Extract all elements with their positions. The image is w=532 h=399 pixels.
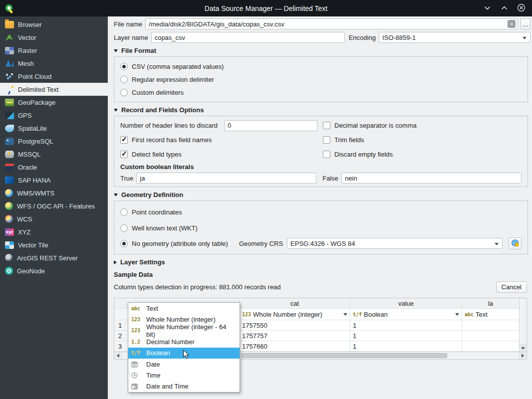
layer-name-input[interactable] — [151, 32, 345, 43]
radio-point-coordinates[interactable]: Point coordinates — [120, 204, 522, 220]
browse-file-button[interactable]: … — [521, 18, 531, 29]
menu-item-label: Date and Time — [146, 383, 189, 390]
menu-item-label: Boolean — [146, 349, 170, 357]
clear-value-icon[interactable]: × — [508, 20, 516, 28]
sidebar-item-label: SpatiaLite — [18, 125, 47, 132]
record-fields-section-header[interactable]: Record and Fields Options — [114, 106, 531, 114]
checkbox-trim-fields[interactable]: Trim fields — [323, 134, 522, 146]
menu-item-text[interactable]: abcText — [128, 303, 240, 314]
file-name-input[interactable] — [145, 18, 518, 29]
sidebar-item-geonode[interactable]: GeoNode — [0, 264, 108, 277]
radio-no-geometry-row: No geometry (attribute only table) Geome… — [120, 236, 522, 251]
column-header-value: value — [350, 298, 462, 308]
checkbox-detect-field-types[interactable]: Detect field types — [120, 148, 323, 161]
checkbox-label: Decimal separator is comma — [334, 122, 417, 129]
scrollbar-thumb[interactable] — [241, 353, 447, 358]
sidebar-item-raster[interactable]: Raster — [0, 44, 108, 57]
type-select-value: Text — [476, 311, 488, 318]
sidebar-item-sap-hana[interactable]: SAP HANA — [0, 174, 108, 187]
radio-regexp-delimiter[interactable]: Regular expression delimiter — [120, 73, 522, 86]
select-crs-button[interactable] — [509, 237, 522, 249]
cancel-button[interactable]: Cancel — [496, 281, 527, 293]
comma-icon — [5, 86, 14, 93]
sidebar-item-mesh[interactable]: Mesh — [0, 57, 108, 70]
sidebar-item-geopackage[interactable]: GeoPackage — [0, 96, 108, 109]
menu-item-label: Whole Number (integer - 64 bit) — [146, 323, 237, 338]
sidebar-item-label: WMS/WMTS — [17, 190, 54, 197]
sidebar-item-point-cloud[interactable]: Point Cloud — [0, 70, 108, 83]
geometry-crs-select[interactable]: EPSG:4326 - WGS 84 — [287, 238, 503, 249]
sidebar-item-arcgis-rest[interactable]: ArcGIS REST Server — [0, 251, 108, 264]
menu-item-integer64[interactable]: 123Whole Number (integer - 64 bit) — [128, 325, 240, 336]
type-select-cat[interactable]: 123Whole Number (integer) — [240, 309, 350, 320]
table-cell: 1 — [350, 320, 462, 330]
header-lines-label: Number of header lines to discard — [120, 122, 218, 129]
sidebar-item-vector-tile[interactable]: Vector Tile — [0, 238, 108, 251]
file-format-section-header[interactable]: File Format — [114, 47, 531, 54]
scroll-down-icon[interactable] — [520, 345, 527, 352]
menu-item-time[interactable]: Time — [128, 370, 240, 381]
geometry-section-header[interactable]: Geometry Definition — [114, 191, 531, 199]
integer-type-icon: 123 — [242, 312, 251, 317]
collapse-arrow-icon — [114, 49, 118, 52]
radio-custom-delimiters[interactable]: Custom delimiters — [120, 86, 522, 99]
column-header-cat: cat — [240, 298, 350, 308]
table-cell: 1 — [350, 331, 462, 341]
sidebar-item-label: WFS / OGC API - Features — [17, 202, 95, 210]
collapse-arrow-icon — [114, 109, 118, 112]
sidebar-item-delimited-text[interactable]: Delimited Text — [0, 83, 108, 96]
sidebar-item-browser[interactable]: Browser — [0, 18, 108, 31]
checkbox-first-record[interactable]: First record has field names — [120, 134, 323, 146]
false-literal-input[interactable] — [341, 173, 522, 184]
checkbox-icon — [323, 136, 330, 144]
true-literal-input[interactable] — [136, 173, 316, 184]
menu-item-datetime[interactable]: Date and Time — [128, 381, 240, 392]
layer-name-row: Layer name Encoding ISO-8859-1 — [114, 32, 531, 43]
sidebar-item-postgresql[interactable]: PostgreSQL — [0, 135, 108, 148]
column-header-la: la — [462, 298, 519, 308]
titlebar: Data Source Manager — Delimited Text — [0, 0, 532, 16]
sidebar-item-wcs[interactable]: WCS — [0, 212, 108, 225]
type-select-la[interactable]: abcText — [462, 309, 519, 320]
sidebar-item-xyz[interactable]: XYZ — [0, 225, 108, 238]
calendar-icon — [131, 361, 143, 368]
sidebar-item-mssql[interactable]: MSSQL — [0, 148, 108, 161]
xyz-icon — [5, 228, 14, 236]
sidebar-item-label: XYZ — [18, 228, 30, 236]
oracle-icon — [5, 164, 14, 171]
sidebar-item-wfs[interactable]: WFS / OGC API - Features — [0, 200, 108, 212]
menu-item-boolean[interactable]: t/fBoolean — [128, 348, 240, 359]
header-lines-input[interactable] — [225, 121, 317, 131]
encoding-select[interactable]: ISO-8859-1 — [379, 32, 531, 43]
header-lines-spinner[interactable] — [225, 120, 317, 131]
scroll-right-icon[interactable] — [519, 352, 527, 359]
sidebar-item-gps[interactable]: GPS — [0, 109, 108, 122]
globe-icon — [5, 202, 13, 210]
checkbox-discard-empty[interactable]: Discard empty fields — [323, 148, 522, 161]
type-select-value-col[interactable]: t/fBoolean — [350, 309, 462, 320]
radio-wkt[interactable]: Well known text (WKT) — [120, 220, 522, 236]
checkbox-label: First record has field names — [132, 136, 212, 144]
radio-label: No geometry (attribute only table) — [132, 240, 228, 247]
sidebar-item-wms-wmts[interactable]: WMS/WMTS — [0, 187, 108, 200]
checkbox-decimal-separator[interactable]: Decimal separator is comma — [323, 119, 522, 132]
table-cell — [462, 331, 519, 341]
radio-csv[interactable]: CSV (comma separated values) — [120, 60, 522, 73]
corner-header-cell — [114, 298, 126, 308]
maximize-button[interactable] — [498, 2, 510, 14]
close-button[interactable] — [515, 2, 527, 14]
type-select-value: Whole Number (integer) — [253, 311, 322, 318]
vertical-scrollbar[interactable] — [519, 298, 527, 352]
layer-settings-section-header[interactable]: Layer Settings — [114, 258, 531, 266]
menu-item-date[interactable]: Date — [128, 359, 240, 370]
radio-label: CSV (comma separated values) — [132, 63, 224, 70]
scroll-left-icon[interactable] — [114, 352, 122, 359]
geometry-crs-label: Geometry CRS — [239, 240, 283, 247]
checkbox-label: Detect field types — [132, 151, 182, 158]
sidebar-item-vector[interactable]: Vector — [0, 31, 108, 44]
shade-button[interactable] — [481, 2, 493, 14]
radio-icon[interactable] — [120, 240, 128, 247]
delimited-text-panel: File name × … Layer name Encoding ISO-88… — [108, 16, 532, 399]
sidebar-item-spatialite[interactable]: SpatiaLite — [0, 122, 108, 135]
sidebar-item-oracle[interactable]: Oracle — [0, 161, 108, 174]
